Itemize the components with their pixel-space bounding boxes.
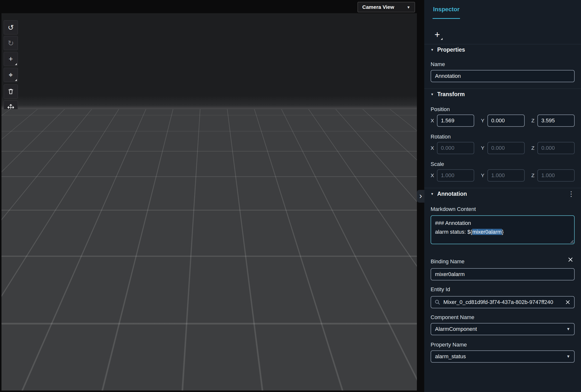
remove-binding-button[interactable] bbox=[567, 256, 574, 263]
entity-id-value: Mixer_0_cd81d9fd-3f74-437a-802b-9747ff24… bbox=[443, 299, 562, 305]
selection-wireframe bbox=[246, 167, 278, 190]
scene-statistics-vertices: Vertices : 107,892 bbox=[304, 359, 355, 365]
add-component-button[interactable]: + bbox=[431, 28, 443, 41]
triad-neg-y-handle[interactable] bbox=[384, 375, 390, 381]
redo-icon: ↻ bbox=[8, 39, 14, 47]
position-label: Position bbox=[430, 106, 450, 113]
component-name-select[interactable]: AlarmComponent ▼ bbox=[430, 323, 575, 335]
move-tool-button[interactable] bbox=[4, 100, 18, 115]
name-input[interactable] bbox=[430, 70, 575, 82]
anchor-handle[interactable] bbox=[265, 190, 271, 196]
scale-y-input[interactable] bbox=[488, 169, 525, 182]
position-x-input[interactable] bbox=[437, 115, 474, 127]
selected-text: mixer0alarm bbox=[472, 229, 502, 235]
orientation-triad[interactable]: Y X Z bbox=[373, 342, 402, 381]
resize-handle[interactable] bbox=[570, 239, 574, 243]
translate-gizmo[interactable] bbox=[152, 252, 234, 307]
anchor-tool-button[interactable]: ⌖ bbox=[4, 68, 18, 82]
caret-down-icon: ▼ bbox=[430, 192, 434, 196]
component-name-label: Component Name bbox=[430, 314, 474, 321]
rotation-z-input[interactable] bbox=[538, 142, 575, 154]
markdown-content-textarea[interactable]: ### Annotation alarm status: ${mixer0ala… bbox=[430, 215, 575, 244]
scene-statistics-title: Scene Statistics bbox=[304, 349, 355, 355]
entity-id-input[interactable]: Mixer_0_cd81d9fd-3f74-437a-802b-9747ff24… bbox=[430, 296, 575, 308]
entity-id-label: Entity Id bbox=[430, 286, 450, 293]
mixer-model-1[interactable] bbox=[160, 170, 204, 222]
section-title-annotation: Annotation bbox=[437, 191, 467, 197]
annotation-tooltip: Annotation alarm status: ${mixer0alarm} bbox=[154, 229, 235, 253]
axis-y-label: Y bbox=[481, 118, 484, 124]
caret-down-icon: ▼ bbox=[430, 48, 434, 52]
mixer-model-3[interactable] bbox=[249, 202, 290, 251]
scale-row: X Y Z bbox=[430, 169, 575, 182]
markdown-content-label: Markdown Content bbox=[430, 206, 476, 212]
axis-x-label: X bbox=[430, 173, 434, 178]
axis-z-label: Z bbox=[531, 173, 534, 178]
gizmo-z-arrow[interactable] bbox=[152, 262, 161, 268]
axis-x-label: X bbox=[430, 118, 434, 124]
axis-z-label: Z bbox=[531, 145, 534, 151]
binding-name-input[interactable] bbox=[430, 268, 575, 280]
markdown-line-1: ### Annotation bbox=[435, 219, 570, 227]
flyout-corner bbox=[15, 63, 17, 65]
redo-button[interactable]: ↻ bbox=[4, 36, 18, 50]
camera-view-dropdown[interactable]: Camera View ▼ bbox=[358, 2, 415, 12]
inspector-panel: Inspector + ▼ Properties Name ▼ Transfor… bbox=[424, 0, 581, 392]
anchor-icon: ⌖ bbox=[9, 71, 13, 79]
chevron-right-icon: › bbox=[419, 191, 422, 200]
position-z-input[interactable] bbox=[538, 115, 575, 127]
section-header-annotation[interactable]: ▼ Annotation ⋮ bbox=[424, 188, 581, 200]
scene-canvas[interactable]: Y X Z Annotation alarm status: ${mixer0a… bbox=[2, 13, 417, 391]
add-object-button[interactable]: + bbox=[4, 52, 18, 66]
scale-z-input[interactable] bbox=[538, 169, 575, 182]
flyout-corner bbox=[15, 112, 17, 114]
undo-icon: ↺ bbox=[8, 23, 14, 32]
triad-z-label: Z bbox=[375, 363, 378, 368]
property-name-value: alarm_status bbox=[435, 353, 466, 360]
binding-name-label: Binding Name bbox=[430, 258, 464, 265]
flyout-corner bbox=[441, 38, 442, 40]
axis-x-label: X bbox=[430, 145, 434, 151]
scene-overlay: Y X Z bbox=[2, 13, 417, 391]
scene-statistics-triangles: Triangles : 162,180 bbox=[304, 369, 355, 374]
anchor-handle[interactable] bbox=[176, 163, 182, 169]
gizmo-x-arrow[interactable] bbox=[226, 263, 234, 268]
kebab-menu-icon[interactable]: ⋮ bbox=[568, 190, 575, 198]
markdown-line-2: alarm status: ${mixer0alarm} bbox=[435, 227, 570, 236]
flyout-corner bbox=[15, 79, 17, 81]
component-name-value: AlarmComponent bbox=[435, 326, 477, 332]
caret-down-icon: ▼ bbox=[430, 92, 434, 96]
section-header-transform[interactable]: ▼ Transform bbox=[424, 89, 581, 100]
scale-x-input[interactable] bbox=[437, 169, 474, 182]
scale-label: Scale bbox=[430, 161, 444, 167]
property-name-select[interactable]: alarm_status ▼ bbox=[430, 350, 575, 363]
axis-z-label: Z bbox=[531, 118, 534, 124]
plus-icon: + bbox=[8, 55, 13, 63]
delete-button[interactable] bbox=[4, 84, 18, 99]
move-icon bbox=[7, 104, 14, 111]
clear-entity-button[interactable] bbox=[565, 299, 571, 305]
section-header-properties[interactable]: ▼ Properties bbox=[424, 44, 581, 55]
property-name-label: Property Name bbox=[430, 342, 467, 348]
rotation-y-input[interactable] bbox=[488, 142, 525, 154]
position-y-input[interactable] bbox=[488, 115, 525, 127]
axis-y-label: Y bbox=[481, 145, 484, 151]
chevron-down-icon: ▼ bbox=[406, 5, 410, 9]
inspector-collapse-handle[interactable]: › bbox=[417, 190, 424, 202]
undo-button[interactable]: ↺ bbox=[4, 20, 18, 34]
mixer-model-2[interactable] bbox=[198, 188, 237, 234]
annotation-tooltip-body: alarm status: ${mixer0alarm} bbox=[159, 243, 230, 248]
rotation-x-input[interactable] bbox=[437, 142, 474, 154]
annotation-tooltip-title: Annotation bbox=[159, 233, 230, 240]
gizmo-y-arrow[interactable] bbox=[190, 299, 196, 307]
section-title-properties: Properties bbox=[437, 46, 465, 53]
scene-statistics-panel: Scene Statistics Vertices : 107,892 Tria… bbox=[298, 344, 360, 386]
tab-inspector[interactable]: Inspector bbox=[432, 6, 460, 19]
axis-y-label: Y bbox=[481, 173, 484, 178]
rotation-label: Rotation bbox=[430, 134, 451, 140]
chevron-down-icon: ▼ bbox=[566, 354, 570, 359]
plus-icon: + bbox=[434, 29, 440, 40]
viewport-column: Camera View ▼ bbox=[0, 0, 424, 392]
section-title-transform: Transform bbox=[437, 91, 465, 98]
triad-y-label: Y bbox=[386, 344, 389, 348]
